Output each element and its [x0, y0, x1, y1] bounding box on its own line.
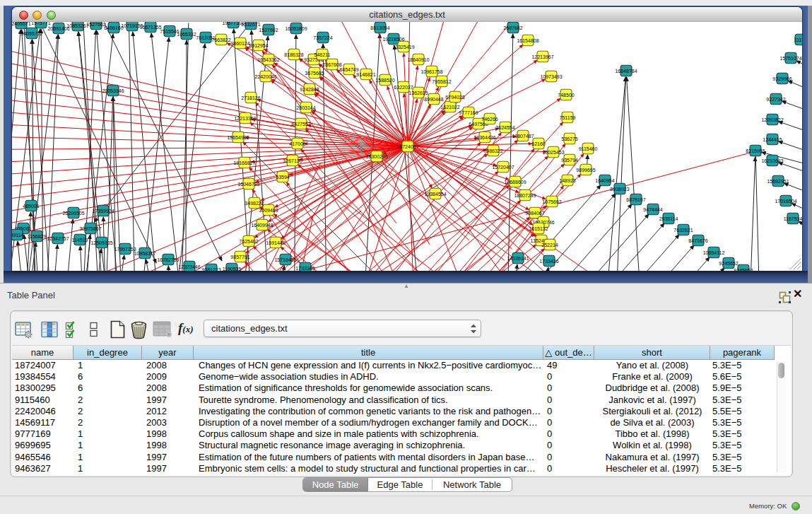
svg-text:7955812: 7955812: [432, 79, 451, 84]
svg-text:114519: 114519: [72, 238, 88, 243]
svg-text:148923: 148923: [559, 178, 575, 183]
svg-text:1244415: 1244415: [763, 137, 782, 142]
svg-text:1640954: 1640954: [595, 178, 614, 183]
svg-text:9329966: 9329966: [772, 76, 792, 81]
svg-text:39114: 39114: [12, 233, 24, 238]
svg-text:9084067: 9084067: [525, 211, 544, 216]
svg-text:9899695: 9899695: [576, 168, 595, 173]
svg-text:9227342: 9227342: [766, 97, 785, 102]
svg-text:1621022: 1621022: [440, 105, 459, 110]
svg-text:15751074: 15751074: [779, 56, 801, 61]
svg-text:1733426: 1733426: [539, 259, 558, 264]
svg-text:17359924: 17359924: [92, 209, 114, 214]
svg-text:10961758: 10961758: [420, 69, 442, 74]
svg-text:16543362: 16543362: [257, 57, 279, 62]
svg-text:8454749: 8454749: [339, 67, 358, 72]
svg-text:15692951: 15692951: [767, 179, 789, 184]
svg-text:7986322: 7986322: [483, 148, 502, 153]
svg-text:2935114: 2935114: [659, 216, 678, 221]
svg-text:6794028: 6794028: [445, 95, 464, 100]
svg-text:19384554: 19384554: [424, 192, 446, 197]
svg-text:417006: 417006: [289, 141, 305, 146]
svg-text:746266: 746266: [481, 117, 498, 122]
svg-text:1190535: 1190535: [223, 267, 242, 271]
svg-text:3675685: 3675685: [305, 71, 324, 76]
svg-text:12213967: 12213967: [531, 54, 553, 59]
svg-text:6322037: 6322037: [394, 85, 413, 90]
svg-text:6879197: 6879197: [626, 197, 645, 202]
svg-text:8186328: 8186328: [284, 52, 303, 57]
svg-text:252214: 252214: [541, 243, 558, 247]
svg-text:9242848: 9242848: [300, 87, 319, 92]
svg-text:16671355: 16671355: [139, 25, 161, 30]
svg-text:1362615: 1362615: [408, 90, 428, 95]
svg-text:15716485: 15716485: [274, 257, 296, 262]
svg-text:16782759: 16782759: [157, 257, 179, 262]
svg-text:20053346: 20053346: [102, 88, 124, 93]
svg-text:16409948: 16409948: [251, 223, 273, 228]
svg-text:1733345: 1733345: [295, 266, 314, 271]
svg-text:748500: 748500: [558, 93, 574, 98]
svg-text:1167534: 1167534: [784, 216, 802, 221]
svg-text:1691440: 1691440: [266, 240, 285, 245]
svg-text:16648784: 16648784: [615, 69, 637, 74]
svg-text:9860124: 9860124: [230, 41, 249, 46]
svg-text:19218506: 19218506: [382, 37, 404, 42]
svg-text:9115460: 9115460: [579, 146, 598, 151]
svg-text:485001: 485001: [23, 204, 39, 209]
svg-text:26206505: 26206505: [62, 211, 84, 216]
svg-text:10025453: 10025453: [542, 150, 564, 155]
svg-text:3498222: 3498222: [245, 201, 264, 206]
svg-text:10973493: 10973493: [540, 74, 562, 79]
svg-text:19654983: 19654983: [227, 135, 249, 140]
svg-text:17016504: 17016504: [775, 199, 796, 204]
svg-text:18300295: 18300295: [365, 154, 387, 159]
svg-text:3267130: 3267130: [283, 158, 302, 163]
svg-text:53594: 53594: [276, 175, 290, 180]
svg-text:8990448: 8990448: [424, 97, 443, 102]
svg-text:9245652: 9245652: [719, 261, 738, 266]
svg-text:16046788: 16046788: [237, 182, 259, 187]
svg-text:9857791: 9857791: [230, 255, 249, 259]
svg-text:14136141: 14136141: [507, 256, 529, 261]
svg-text:9146821: 9146821: [356, 72, 375, 77]
svg-text:10688609: 10688609: [504, 180, 526, 185]
svg-text:751159: 751159: [560, 115, 576, 120]
svg-text:1527602: 1527602: [86, 22, 105, 27]
svg-text:12323446: 12323446: [178, 264, 200, 269]
svg-text:2687682: 2687682: [503, 25, 522, 30]
svg-text:16053809: 16053809: [285, 26, 307, 31]
svg-text:546211: 546211: [314, 52, 331, 57]
svg-text:7357224: 7357224: [313, 35, 332, 40]
svg-text:2867608: 2867608: [322, 62, 341, 67]
svg-text:62160: 62160: [531, 141, 546, 146]
svg-text:16210643: 16210643: [761, 158, 783, 163]
svg-text:1156829: 1156829: [28, 234, 47, 239]
svg-text:15720407: 15720407: [492, 165, 514, 170]
svg-text:8427552: 8427552: [291, 122, 310, 127]
svg-text:8471676: 8471676: [688, 238, 707, 243]
svg-text:8912954: 8912954: [249, 43, 268, 48]
svg-text:18640910: 18640910: [407, 57, 429, 62]
svg-text:536275: 536275: [561, 136, 577, 141]
svg-text:8938923: 8938923: [610, 187, 629, 192]
svg-text:16154808: 16154808: [517, 38, 539, 43]
svg-text:10807487: 10807487: [512, 134, 534, 139]
svg-text:9474444: 9474444: [643, 207, 662, 212]
svg-text:10958117: 10958117: [134, 251, 156, 256]
svg-text:7632621: 7632621: [673, 228, 693, 233]
svg-text:13325419: 13325419: [392, 45, 414, 49]
svg-text:1975771: 1975771: [31, 22, 50, 25]
svg-text:6532671: 6532671: [241, 22, 260, 27]
svg-text:1615132: 1615132: [529, 226, 548, 231]
svg-text:1527602: 1527602: [259, 28, 278, 33]
svg-text:8813054: 8813054: [370, 25, 389, 30]
svg-text:12505135: 12505135: [90, 240, 112, 245]
svg-text:9777169: 9777169: [459, 110, 478, 115]
svg-text:17957253: 17957253: [114, 247, 136, 252]
svg-text:12093822: 12093822: [761, 117, 783, 122]
svg-text:19166827: 19166827: [233, 160, 255, 165]
svg-text:7663822: 7663822: [211, 37, 230, 42]
svg-text:1065332: 1065332: [177, 32, 196, 37]
svg-text:1588520: 1588520: [375, 78, 394, 83]
